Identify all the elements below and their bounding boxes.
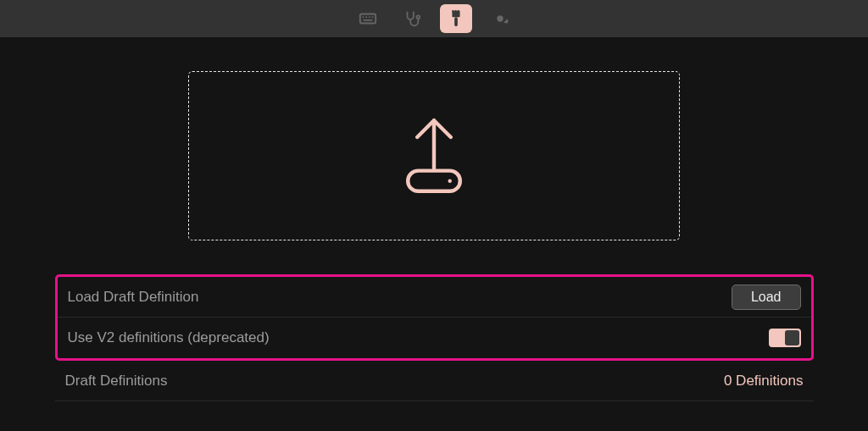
gear-icon xyxy=(491,9,509,28)
row-load-draft: Load Draft Definition Load xyxy=(58,277,811,318)
svg-rect-9 xyxy=(455,10,457,13)
brush-icon xyxy=(447,9,465,28)
stethoscope-icon xyxy=(403,9,421,28)
svg-rect-12 xyxy=(408,171,460,191)
highlighted-settings: Load Draft Definition Load Use V2 defini… xyxy=(55,274,814,361)
content-area: Load Draft Definition Load Use V2 defini… xyxy=(0,37,868,401)
draft-definitions-label: Draft Definitions xyxy=(65,373,168,390)
tab-brush[interactable] xyxy=(440,4,472,33)
svg-point-13 xyxy=(448,180,452,183)
tab-diagnostics[interactable] xyxy=(396,4,428,33)
use-v2-label: Use V2 definitions (deprecated) xyxy=(68,329,769,346)
svg-rect-0 xyxy=(360,14,376,24)
upload-dropzone[interactable] xyxy=(188,71,680,240)
svg-rect-11 xyxy=(454,17,458,26)
upload-icon xyxy=(387,109,481,202)
svg-rect-8 xyxy=(452,10,453,13)
row-use-v2: Use V2 definitions (deprecated) xyxy=(58,318,811,358)
load-button[interactable]: Load xyxy=(732,285,801,310)
svg-point-6 xyxy=(417,15,420,19)
tab-bar xyxy=(0,0,868,37)
tab-settings[interactable] xyxy=(484,4,516,33)
row-draft-definitions: Draft Definitions 0 Definitions xyxy=(55,361,814,401)
svg-rect-10 xyxy=(458,10,459,13)
keyboard-icon xyxy=(359,9,377,28)
load-draft-label: Load Draft Definition xyxy=(68,289,732,306)
draft-definitions-count: 0 Definitions xyxy=(724,373,804,390)
tab-keyboard[interactable] xyxy=(352,4,384,33)
use-v2-toggle[interactable] xyxy=(769,329,801,347)
toggle-knob xyxy=(785,330,799,345)
